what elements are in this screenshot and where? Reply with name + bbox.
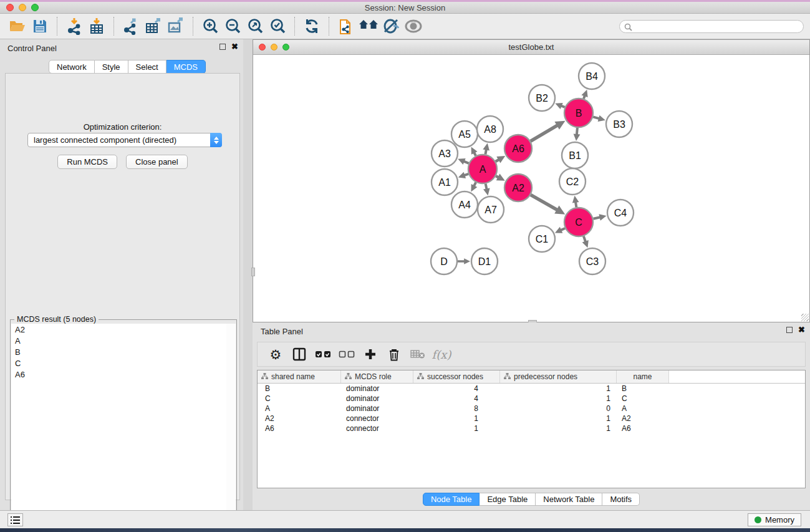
refresh-network-icon[interactable]	[302, 16, 322, 36]
edge-C-C4[interactable]	[593, 217, 600, 219]
edge-A-A7[interactable]	[486, 184, 487, 190]
float-panel-icon[interactable]	[219, 44, 226, 50]
result-list-scrollbar[interactable]	[226, 324, 236, 531]
result-item[interactable]: A	[11, 335, 226, 346]
node-label-C1: C1	[536, 234, 549, 244]
table-row[interactable]: A2connector11A2	[258, 414, 805, 423]
close-panel-button[interactable]: Close panel	[126, 155, 188, 169]
edge-A2-C[interactable]	[531, 195, 557, 210]
edge-A6-B[interactable]	[531, 125, 557, 141]
toggle-graphics-details-icon[interactable]	[381, 16, 401, 36]
deselect-all-checks-icon[interactable]	[337, 345, 356, 364]
tab-network[interactable]: Network	[49, 60, 95, 74]
criterion-dropdown[interactable]: largest connected component (directed)	[27, 133, 222, 147]
export-network-icon[interactable]	[121, 16, 141, 36]
node-label-B3: B3	[613, 119, 625, 130]
edge-B-B3[interactable]	[593, 117, 599, 118]
close-window-button[interactable]	[6, 4, 14, 11]
edge-C-C2[interactable]	[576, 202, 576, 207]
column-selector-icon[interactable]	[290, 345, 309, 364]
table-row[interactable]: Adominator80A	[258, 404, 805, 414]
zoom-fit-icon[interactable]	[245, 16, 265, 36]
minimize-window-button[interactable]	[19, 4, 26, 11]
toolbar-separator	[193, 17, 193, 36]
result-item[interactable]: B	[11, 346, 226, 357]
edge-C-C1[interactable]	[561, 228, 565, 230]
toggle-birdseye-icon[interactable]	[403, 16, 423, 36]
export-table-icon[interactable]	[143, 16, 163, 36]
save-session-icon[interactable]	[30, 16, 50, 36]
network-zoom-button[interactable]	[282, 44, 289, 51]
run-mcds-button[interactable]: Run MCDS	[57, 155, 117, 169]
tab-edge-table[interactable]: Edge Table	[480, 493, 536, 506]
open-session-icon[interactable]	[7, 16, 27, 36]
column-header-predecessor-nodes[interactable]: predecessor nodes	[500, 370, 617, 383]
close-table-panel-icon[interactable]: ✖	[798, 327, 805, 333]
edge-arrow	[458, 172, 466, 178]
window-resize-grip[interactable]	[801, 314, 809, 321]
table-row[interactable]: Bdominator41B	[258, 384, 805, 394]
import-table-icon[interactable]	[87, 16, 107, 36]
zoom-in-icon[interactable]	[200, 16, 220, 36]
edge-arrow	[483, 188, 490, 195]
task-history-button[interactable]	[7, 513, 23, 526]
result-item[interactable]: A2	[11, 324, 226, 335]
column-header-MCDS-role[interactable]: MCDS role	[341, 370, 413, 383]
memory-button[interactable]: Memory	[748, 513, 801, 526]
edge-arrow	[581, 90, 587, 97]
select-all-checks-icon[interactable]	[314, 345, 332, 364]
table-row[interactable]: Cdominator41C	[258, 394, 805, 404]
tab-motifs[interactable]: Motifs	[602, 493, 640, 506]
edge-A-A1[interactable]	[464, 174, 468, 175]
search-input[interactable]	[619, 20, 804, 33]
column-header-label: MCDS role	[355, 372, 392, 381]
tab-select[interactable]: Select	[128, 60, 166, 74]
edge-A-A8[interactable]	[485, 150, 486, 155]
edge-A-A3[interactable]	[464, 162, 469, 163]
network-window-titlebar[interactable]: testGlobe.txt	[253, 40, 809, 55]
node-table[interactable]: shared nameMCDS rolesuccessor nodesprede…	[257, 370, 806, 488]
window-titlebar[interactable]: Session: New Session	[0, 2, 810, 14]
home-icon[interactable]	[359, 16, 378, 36]
float-table-panel-icon[interactable]	[786, 327, 793, 333]
edge-arrow	[464, 258, 470, 264]
close-panel-icon[interactable]: ✖	[231, 44, 238, 50]
table-row[interactable]: A6connector11A6	[258, 423, 805, 433]
zoom-out-icon[interactable]	[223, 16, 243, 36]
export-image-icon[interactable]	[166, 16, 186, 36]
result-item[interactable]: A6	[11, 369, 226, 380]
delete-column-trash-icon[interactable]	[385, 345, 403, 364]
import-network-icon[interactable]	[64, 16, 84, 36]
network-graph[interactable]: AA1A2A3A4A5A6A7A8BB1B2B3B4CC1C2C3C4DD1	[254, 56, 809, 321]
column-header-shared-name[interactable]: shared name	[258, 370, 341, 383]
status-bar: Memory	[0, 510, 810, 528]
tab-node-table[interactable]: Node Table	[423, 493, 480, 506]
table-toolbar: ⚙ f(x)	[257, 342, 806, 367]
network-canvas[interactable]: AA1A2A3A4A5A6A7A8BB1B2B3B4CC1C2C3C4DD1	[254, 56, 809, 321]
edge-B-B1[interactable]	[577, 128, 577, 135]
edge-arrow	[574, 133, 581, 141]
tab-network-table[interactable]: Network Table	[536, 493, 602, 506]
edge-arrow	[598, 115, 605, 122]
tab-style[interactable]: Style	[95, 60, 128, 74]
table-cell: 1	[413, 414, 500, 423]
table-cell: A6	[617, 423, 669, 433]
toolbar-separator	[329, 17, 329, 36]
result-item[interactable]: C	[11, 357, 226, 369]
network-minimize-button[interactable]	[271, 44, 277, 51]
duplicate-network-icon[interactable]	[336, 16, 356, 36]
vertical-scroll-thumb[interactable]	[251, 268, 255, 276]
table-settings-gear-icon[interactable]: ⚙	[266, 345, 285, 364]
network-close-button[interactable]	[259, 44, 266, 51]
column-header-successor-nodes[interactable]: successor nodes	[413, 370, 500, 383]
zoom-selected-icon[interactable]	[268, 16, 287, 36]
edge-arrow	[599, 214, 606, 221]
tab-mcds[interactable]: MCDS	[166, 60, 206, 74]
edge-A-A4[interactable]	[474, 182, 476, 186]
memory-label: Memory	[765, 515, 794, 525]
mcds-result-list[interactable]: A2ABCA6	[11, 324, 227, 531]
column-header-name[interactable]: name	[617, 370, 669, 383]
zoom-window-button[interactable]	[31, 4, 39, 11]
add-column-plus-icon[interactable]	[361, 345, 380, 364]
edge-C-C3[interactable]	[584, 236, 586, 242]
